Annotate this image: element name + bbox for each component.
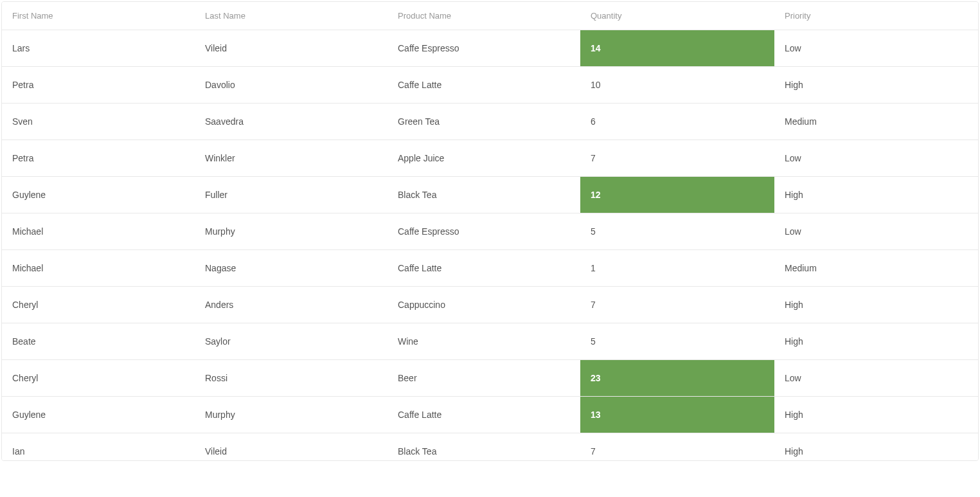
cell-lastName: Nagase [195,250,388,286]
table-row[interactable]: LarsVileidCaffe Espresso14Low [2,30,978,67]
cell-lastName: Saavedra [195,104,388,140]
cell-productName: Cappuccino [388,287,580,323]
cell-quantity: 10 [580,67,774,103]
cell-firstName: Michael [2,250,195,286]
cell-firstName: Cheryl [2,287,195,323]
cell-quantity: 6 [580,104,774,140]
cell-quantity: 5 [580,323,774,359]
cell-productName: Beer [388,360,580,396]
cell-quantity: 23 [580,360,774,396]
table-row[interactable]: GuyleneMurphyCaffe Latte13High [2,397,978,433]
cell-priority: High [774,433,967,460]
table-row[interactable]: SvenSaavedraGreen Tea6Medium [2,104,978,140]
cell-productName: Caffe Latte [388,397,580,433]
column-header-firstName[interactable]: First Name [2,2,195,30]
cell-priority: High [774,397,967,433]
cell-quantity: 7 [580,433,774,460]
cell-firstName: Petra [2,140,195,176]
table-row[interactable]: CherylRossiBeer23Low [2,360,978,397]
cell-lastName: Rossi [195,360,388,396]
cell-quantity: 1 [580,250,774,286]
cell-firstName: Michael [2,213,195,249]
cell-lastName: Murphy [195,213,388,249]
table-row[interactable]: MichaelNagaseCaffe Latte1Medium [2,250,978,287]
cell-firstName: Cheryl [2,360,195,396]
cell-quantity: 12 [580,177,774,213]
cell-priority: High [774,287,967,323]
cell-firstName: Beate [2,323,195,359]
table-row[interactable]: PetraDavolioCaffe Latte10High [2,67,978,104]
cell-lastName: Davolio [195,67,388,103]
cell-quantity: 13 [580,397,774,433]
cell-firstName: Sven [2,104,195,140]
cell-lastName: Murphy [195,397,388,433]
table-row[interactable]: PetraWinklerApple Juice7Low [2,140,978,177]
cell-priority: Low [774,140,967,176]
data-grid[interactable]: First NameLast NameProduct NameQuantityP… [1,1,979,461]
cell-priority: Low [774,30,967,66]
cell-productName: Wine [388,323,580,359]
cell-lastName: Vileid [195,30,388,66]
cell-priority: High [774,177,967,213]
cell-priority: Low [774,213,967,249]
grid-body: LarsVileidCaffe Espresso14LowPetraDavoli… [2,30,978,460]
column-header-productName[interactable]: Product Name [388,2,580,30]
column-header-priority[interactable]: Priority [774,2,967,30]
cell-productName: Black Tea [388,433,580,460]
cell-quantity: 7 [580,287,774,323]
cell-priority: Medium [774,104,967,140]
cell-productName: Black Tea [388,177,580,213]
cell-productName: Caffe Latte [388,250,580,286]
table-row[interactable]: CherylAndersCappuccino7High [2,287,978,323]
cell-quantity: 7 [580,140,774,176]
column-header-quantity[interactable]: Quantity [580,2,774,30]
cell-quantity: 14 [580,30,774,66]
cell-priority: High [774,323,967,359]
cell-productName: Green Tea [388,104,580,140]
cell-lastName: Winkler [195,140,388,176]
table-row[interactable]: BeateSaylorWine5High [2,323,978,360]
cell-productName: Caffe Espresso [388,213,580,249]
cell-lastName: Fuller [195,177,388,213]
cell-lastName: Saylor [195,323,388,359]
cell-firstName: Guylene [2,177,195,213]
cell-priority: Low [774,360,967,396]
cell-firstName: Petra [2,67,195,103]
column-header-lastName[interactable]: Last Name [195,2,388,30]
cell-firstName: Lars [2,30,195,66]
table-row[interactable]: MichaelMurphyCaffe Espresso5Low [2,213,978,250]
cell-priority: High [774,67,967,103]
cell-productName: Caffe Espresso [388,30,580,66]
cell-lastName: Anders [195,287,388,323]
table-row[interactable]: GuyleneFullerBlack Tea12High [2,177,978,213]
table-row[interactable]: IanVileidBlack Tea7High [2,433,978,460]
cell-firstName: Ian [2,433,195,460]
cell-priority: Medium [774,250,967,286]
grid-header-row: First NameLast NameProduct NameQuantityP… [2,2,978,30]
cell-quantity: 5 [580,213,774,249]
cell-productName: Apple Juice [388,140,580,176]
cell-productName: Caffe Latte [388,67,580,103]
cell-firstName: Guylene [2,397,195,433]
cell-lastName: Vileid [195,433,388,460]
